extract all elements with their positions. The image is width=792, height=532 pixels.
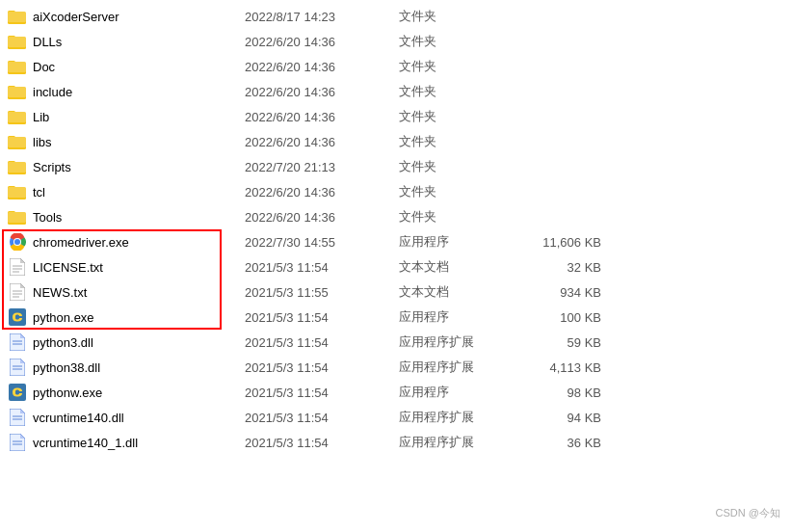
file-date: 2021/5/3 11:54 [245, 260, 399, 275]
file-row[interactable]: pythonw.exe2021/5/3 11:54应用程序98 KB [0, 380, 792, 405]
file-date: 2021/5/3 11:54 [245, 436, 399, 450]
file-name: libs [33, 135, 245, 149]
file-row[interactable]: libs2022/6/20 14:36文件夹 [0, 129, 792, 154]
dll-icon [8, 358, 27, 377]
file-size: 94 KB [515, 411, 601, 425]
python-exe-icon [8, 383, 27, 402]
file-row[interactable]: LICENSE.txt2021/5/3 11:54文本文档32 KB [0, 254, 792, 279]
folder-icon [8, 57, 27, 76]
file-size: 98 KB [515, 386, 601, 400]
file-date: 2022/6/20 14:36 [245, 210, 399, 225]
watermark: CSDN @今知 [716, 506, 780, 520]
file-row[interactable]: python.exe2021/5/3 11:54应用程序100 KB [0, 305, 792, 330]
file-size: 59 KB [515, 335, 601, 350]
text-file-icon [8, 282, 27, 302]
svg-rect-5 [8, 37, 26, 47]
folder-icon [8, 32, 27, 51]
svg-rect-2 [8, 12, 26, 22]
file-name: Scripts [33, 160, 245, 174]
file-row[interactable]: vcruntime140.dll2021/5/3 11:54应用程序扩展94 K… [0, 405, 792, 430]
file-date: 2022/7/20 21:13 [245, 160, 399, 174]
file-date: 2022/6/20 14:36 [245, 85, 399, 99]
file-type: 应用程序扩展 [399, 409, 515, 426]
file-row[interactable]: NEWS.txt2021/5/3 11:55文本文档934 KB [0, 279, 792, 305]
file-row[interactable]: Tools2022/6/20 14:36文件夹 [0, 204, 792, 229]
python-exe-icon [8, 307, 27, 327]
file-name: vcruntime140_1.dll [33, 436, 245, 450]
file-date: 2021/5/3 11:55 [245, 285, 399, 300]
svg-marker-36 [20, 283, 25, 288]
chrome-exe-icon [8, 232, 27, 252]
file-size: 4,113 KB [515, 360, 601, 375]
file-type: 文件夹 [399, 108, 515, 125]
file-name: tcl [33, 185, 245, 200]
file-type: 文件夹 [399, 33, 515, 50]
dll-icon [8, 433, 27, 452]
file-name: pythonw.exe [33, 386, 245, 400]
folder-icon [8, 207, 27, 226]
file-size: 11,606 KB [515, 235, 601, 250]
file-name: NEWS.txt [33, 285, 245, 300]
file-date: 2021/5/3 11:54 [245, 411, 399, 425]
file-date: 2021/5/3 11:54 [245, 335, 399, 350]
file-name: python38.dll [33, 360, 245, 375]
dll-icon [8, 408, 27, 427]
file-type: 应用程序扩展 [399, 333, 515, 351]
svg-rect-26 [8, 212, 26, 223]
file-row[interactable]: python3.dll2021/5/3 11:54应用程序扩展59 KB [0, 330, 792, 355]
dll-icon [8, 332, 27, 352]
file-size: 36 KB [515, 436, 601, 450]
file-name: LICENSE.txt [33, 260, 245, 275]
file-row[interactable]: tcl2022/6/20 14:36文件夹 [0, 179, 792, 204]
file-row[interactable]: vcruntime140_1.dll2021/5/3 11:54应用程序扩展36… [0, 430, 792, 455]
file-row[interactable]: Lib2022/6/20 14:36文件夹 [0, 104, 792, 129]
file-name: include [33, 85, 245, 99]
file-type: 文件夹 [399, 208, 515, 226]
file-row[interactable]: Scripts2022/7/20 21:13文件夹 [0, 154, 792, 179]
file-name: python3.dll [33, 335, 245, 350]
svg-marker-42 [20, 333, 25, 338]
file-type: 应用程序 [399, 308, 515, 326]
file-row[interactable]: chromedriver.exe2022/7/30 14:55应用程序11,60… [0, 229, 792, 254]
file-size: 934 KB [515, 285, 601, 300]
file-type: 应用程序扩展 [399, 359, 515, 376]
file-date: 2022/6/20 14:36 [245, 135, 399, 149]
file-size: 100 KB [515, 310, 601, 325]
folder-icon [8, 182, 27, 201]
file-type: 文件夹 [399, 83, 515, 100]
file-list: aiXcoderServer2022/8/17 14:23文件夹 DLLs202… [0, 0, 792, 459]
file-type: 文件夹 [399, 133, 515, 150]
svg-marker-31 [20, 258, 25, 263]
svg-rect-40 [9, 308, 26, 326]
file-date: 2022/6/20 14:36 [245, 35, 399, 49]
file-type: 应用程序 [399, 384, 515, 401]
file-date: 2022/7/30 14:55 [245, 235, 399, 250]
file-name: Tools [33, 210, 245, 225]
file-date: 2021/5/3 11:54 [245, 310, 399, 325]
file-name: Doc [33, 60, 245, 74]
svg-marker-51 [20, 409, 25, 413]
file-row[interactable]: include2022/6/20 14:36文件夹 [0, 79, 792, 104]
file-name: vcruntime140.dll [33, 411, 245, 425]
file-row[interactable]: DLLs2022/6/20 14:36文件夹 [0, 29, 792, 54]
file-row[interactable]: python38.dll2021/5/3 11:54应用程序扩展4,113 KB [0, 355, 792, 380]
file-row[interactable]: aiXcoderServer2022/8/17 14:23文件夹 [0, 4, 792, 29]
svg-marker-46 [20, 359, 25, 363]
file-date: 2022/6/20 14:36 [245, 110, 399, 124]
file-row[interactable]: Doc2022/6/20 14:36文件夹 [0, 54, 792, 79]
svg-rect-17 [8, 137, 26, 147]
folder-icon [8, 132, 27, 151]
file-type: 应用程序扩展 [399, 434, 515, 451]
selection-box: chromedriver.exe2022/7/30 14:55应用程序11,60… [0, 229, 792, 330]
file-name: python.exe [33, 310, 245, 325]
file-type: 文本文档 [399, 258, 515, 276]
file-date: 2022/6/20 14:36 [245, 185, 399, 200]
file-name: aiXcoderServer [33, 10, 245, 24]
folder-icon [8, 7, 27, 26]
file-date: 2021/5/3 11:54 [245, 360, 399, 375]
file-type: 文件夹 [399, 58, 515, 75]
file-name: Lib [33, 110, 245, 124]
file-type: 文件夹 [399, 8, 515, 25]
svg-rect-23 [8, 187, 26, 198]
svg-rect-49 [9, 384, 26, 401]
